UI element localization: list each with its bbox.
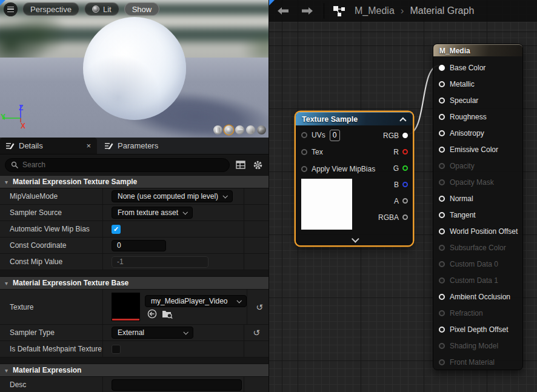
preview-viewport[interactable]: Perspective Lit Show Z Y X <box>0 0 268 138</box>
output-pin[interactable] <box>402 149 408 154</box>
close-icon[interactable]: × <box>86 142 91 150</box>
material-input-pin[interactable] <box>439 98 445 104</box>
sampler-source-dropdown[interactable]: From texture asset <box>112 207 193 219</box>
chevron-up-icon[interactable] <box>399 117 406 124</box>
material-pin-label: Normal <box>450 194 473 203</box>
forward-button[interactable] <box>299 4 315 18</box>
output-pin[interactable] <box>402 198 408 204</box>
material-pin-label: Opacity Mask <box>450 178 494 187</box>
output-pin[interactable] <box>402 165 408 171</box>
breadcrumb-separator-icon: › <box>401 5 404 17</box>
material-input-pin[interactable] <box>439 179 445 185</box>
material-input-pin[interactable] <box>439 294 445 300</box>
preview-shape-buttons <box>213 125 266 135</box>
material-input-pin[interactable] <box>439 310 445 316</box>
material-input-pin[interactable] <box>439 163 445 169</box>
perspective-button[interactable]: Perspective <box>22 2 79 16</box>
automatic-view-mip-bias-checkbox[interactable]: ✓ <box>112 225 121 234</box>
material-input-pin[interactable] <box>439 65 445 71</box>
texture-sample-node-header[interactable]: Texture Sample <box>296 112 413 125</box>
output-pin[interactable] <box>402 133 408 138</box>
property-label: Sampler Type <box>0 325 103 341</box>
is-default-meshpaint-checkbox[interactable] <box>112 345 121 354</box>
section-material-expression[interactable]: ▾ Material Expression <box>0 364 268 377</box>
use-selected-asset-icon[interactable] <box>147 309 157 319</box>
material-node-pins: Base Color Metallic Specular Rou <box>433 56 522 370</box>
material-input-pin[interactable] <box>439 130 445 136</box>
texture-asset-dropdown[interactable]: my_MediaPlayer_Video <box>145 295 247 307</box>
const-mip-value-input[interactable] <box>112 256 208 268</box>
tab-parameters[interactable]: Parameters <box>99 138 164 154</box>
material-pin-row: Anisotropy <box>439 125 522 141</box>
const-coordinate-input[interactable] <box>112 240 166 251</box>
texture-thumbnail[interactable] <box>112 293 140 321</box>
material-input-pin[interactable] <box>439 261 445 267</box>
material-input-pin[interactable] <box>439 277 445 284</box>
material-input-pin[interactable] <box>439 81 445 87</box>
output-pin[interactable] <box>402 182 408 187</box>
section-texture-sample[interactable]: ▾ Material Expression Texture Sample <box>0 175 268 188</box>
material-pin-label: Opacity <box>450 162 475 170</box>
material-input-pin[interactable] <box>439 147 445 153</box>
section-texture-base[interactable]: ▾ Material Expression Texture Base <box>0 276 268 290</box>
row-sampler-type: Sampler Type External ↺ <box>0 325 268 341</box>
material-input-pin[interactable] <box>439 245 445 251</box>
material-pin-label: Metallic <box>450 80 475 88</box>
viewport-menu-button[interactable] <box>4 2 18 16</box>
preview-shape-button[interactable] <box>213 125 222 135</box>
material-result-node[interactable]: M_Media Base Color Metallic <box>433 44 523 370</box>
details-search-row <box>0 154 268 175</box>
display-options-button[interactable] <box>235 159 247 171</box>
material-input-pin[interactable] <box>439 359 445 365</box>
material-pin-label: Base Color <box>450 64 485 72</box>
texture-sample-node[interactable]: Texture Sample UVs 0 Tex <box>296 112 413 245</box>
material-pin-label: Tangent <box>450 211 476 219</box>
material-input-pin[interactable] <box>439 196 445 202</box>
search-box[interactable] <box>5 158 230 172</box>
preview-shape-button[interactable] <box>246 125 255 135</box>
material-input-pin[interactable] <box>439 228 445 234</box>
input-pin-label: Apply View MipBias <box>312 165 375 173</box>
material-input-pin[interactable] <box>439 343 445 349</box>
mip-value-mode-dropdown[interactable]: None (use computed mip level) <box>112 190 233 202</box>
material-pin-label: Roughness <box>450 113 487 121</box>
material-node-header[interactable]: M_Media <box>433 44 522 56</box>
browse-to-asset-icon[interactable] <box>162 309 173 319</box>
desc-input[interactable] <box>112 379 242 391</box>
input-pin-label: Tex <box>312 148 323 156</box>
material-pin-row: Specular <box>439 92 522 108</box>
tab-details[interactable]: Details × <box>0 138 97 154</box>
material-pin-row: Pixel Depth Offset <box>439 321 522 337</box>
preview-shape-button[interactable] <box>235 125 244 135</box>
input-pin[interactable] <box>301 149 307 155</box>
output-pin[interactable] <box>402 214 408 220</box>
chevron-down-icon[interactable] <box>351 235 359 243</box>
preview-shape-button[interactable] <box>257 125 266 135</box>
collapse-triangle-icon: ▾ <box>5 367 8 374</box>
material-graph-canvas[interactable]: M_Media › Material Graph Texture Sample … <box>268 0 537 392</box>
material-input-pin[interactable] <box>439 114 445 120</box>
input-pin[interactable] <box>301 132 307 138</box>
breadcrumb-page[interactable]: Material Graph <box>410 5 474 16</box>
uv-channel-box[interactable]: 0 <box>330 130 340 141</box>
material-pin-row: Emissive Color <box>439 141 522 158</box>
dropdown-value: None (use computed mip level) <box>118 192 218 201</box>
reset-sampler-type-button[interactable]: ↺ <box>253 328 260 337</box>
search-input[interactable] <box>22 161 224 169</box>
property-label: MipValueMode <box>0 188 103 204</box>
sampler-type-dropdown[interactable]: External <box>112 327 193 339</box>
reset-texture-button[interactable]: ↺ <box>256 303 263 311</box>
lit-mode-button[interactable]: Lit <box>84 2 119 16</box>
show-button[interactable]: Show <box>124 2 160 16</box>
input-pin[interactable] <box>301 166 307 172</box>
back-button[interactable] <box>275 4 291 18</box>
material-pin-row: Ambient Occlusion <box>439 288 522 305</box>
preview-shape-button[interactable] <box>224 125 233 135</box>
material-pin-label: Subsurface Color <box>450 244 506 252</box>
settings-button[interactable] <box>252 159 264 171</box>
breadcrumb-asset[interactable]: M_Media <box>355 5 395 16</box>
chevron-down-icon <box>236 298 241 303</box>
material-input-pin[interactable] <box>439 327 445 333</box>
material-pin-row: Refraction <box>439 305 522 321</box>
material-input-pin[interactable] <box>439 212 445 218</box>
